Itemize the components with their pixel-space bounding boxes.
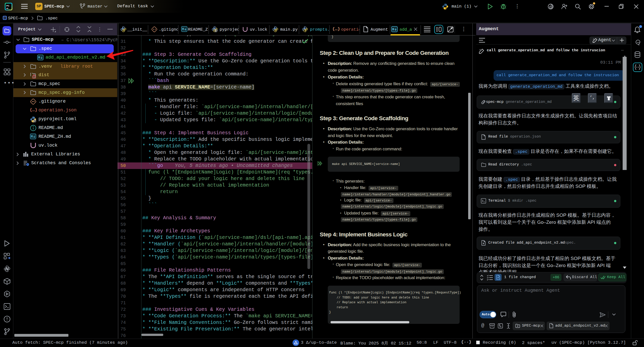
svg-text:M: M	[182, 28, 184, 31]
svg-text:PC: PC	[6, 5, 10, 7]
svg-text:M: M	[31, 135, 33, 139]
svg-text:M: M	[38, 56, 40, 60]
svg-text:M: M	[392, 28, 394, 31]
